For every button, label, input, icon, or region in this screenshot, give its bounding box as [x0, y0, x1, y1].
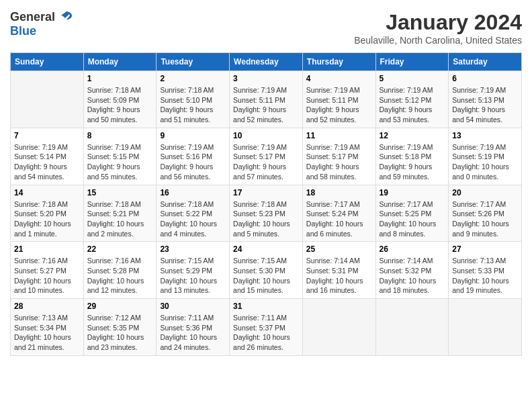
- calendar-cell: 9Sunrise: 7:19 AM Sunset: 5:16 PM Daylig…: [157, 128, 230, 185]
- calendar-cell: 13Sunrise: 7:19 AM Sunset: 5:19 PM Dayli…: [449, 128, 522, 185]
- logo: General Blue: [10, 10, 73, 38]
- day-number: 4: [306, 74, 372, 83]
- day-info: Sunrise: 7:19 AM Sunset: 5:17 PM Dayligh…: [306, 142, 372, 182]
- weekday-header-saturday: Saturday: [449, 53, 522, 71]
- calendar-cell: 14Sunrise: 7:18 AM Sunset: 5:20 PM Dayli…: [11, 185, 84, 242]
- calendar-cell: [449, 299, 522, 356]
- day-number: 3: [233, 74, 299, 83]
- calendar-cell: 8Sunrise: 7:19 AM Sunset: 5:15 PM Daylig…: [83, 128, 157, 185]
- day-number: 31: [233, 302, 299, 311]
- calendar-cell: 10Sunrise: 7:19 AM Sunset: 5:17 PM Dayli…: [230, 128, 303, 185]
- calendar-cell: 12Sunrise: 7:19 AM Sunset: 5:18 PM Dayli…: [375, 128, 449, 185]
- day-number: 9: [160, 131, 226, 140]
- day-info: Sunrise: 7:18 AM Sunset: 5:10 PM Dayligh…: [160, 85, 226, 125]
- day-number: 23: [160, 244, 226, 254]
- weekday-header-thursday: Thursday: [302, 53, 375, 71]
- day-number: 19: [380, 188, 445, 197]
- day-number: 11: [306, 131, 372, 140]
- calendar-cell: 16Sunrise: 7:18 AM Sunset: 5:22 PM Dayli…: [157, 185, 230, 242]
- day-number: 17: [233, 188, 299, 197]
- day-number: 13: [452, 131, 518, 140]
- day-number: 28: [14, 302, 80, 311]
- day-info: Sunrise: 7:11 AM Sunset: 5:36 PM Dayligh…: [160, 313, 226, 353]
- calendar-cell: 4Sunrise: 7:19 AM Sunset: 5:11 PM Daylig…: [302, 71, 375, 128]
- day-number: 26: [380, 244, 445, 254]
- week-row-5: 28Sunrise: 7:13 AM Sunset: 5:34 PM Dayli…: [11, 299, 522, 356]
- day-info: Sunrise: 7:17 AM Sunset: 5:26 PM Dayligh…: [452, 199, 518, 239]
- calendar-cell: 1Sunrise: 7:18 AM Sunset: 5:09 PM Daylig…: [83, 71, 157, 128]
- day-number: 16: [160, 188, 226, 197]
- day-info: Sunrise: 7:12 AM Sunset: 5:35 PM Dayligh…: [87, 313, 153, 353]
- day-number: 21: [14, 244, 80, 254]
- day-info: Sunrise: 7:19 AM Sunset: 5:11 PM Dayligh…: [233, 85, 299, 125]
- day-number: 18: [306, 188, 372, 197]
- day-info: Sunrise: 7:17 AM Sunset: 5:25 PM Dayligh…: [380, 199, 445, 239]
- day-info: Sunrise: 7:16 AM Sunset: 5:27 PM Dayligh…: [14, 256, 80, 295]
- weekday-header-friday: Friday: [375, 53, 449, 71]
- day-info: Sunrise: 7:19 AM Sunset: 5:14 PM Dayligh…: [14, 142, 80, 182]
- day-number: 10: [233, 131, 299, 140]
- day-number: 7: [14, 131, 80, 140]
- day-number: 22: [87, 244, 153, 254]
- calendar-cell: 2Sunrise: 7:18 AM Sunset: 5:10 PM Daylig…: [157, 71, 230, 128]
- day-info: Sunrise: 7:13 AM Sunset: 5:33 PM Dayligh…: [452, 256, 518, 295]
- calendar-cell: 7Sunrise: 7:19 AM Sunset: 5:14 PM Daylig…: [11, 128, 84, 185]
- week-row-3: 14Sunrise: 7:18 AM Sunset: 5:20 PM Dayli…: [11, 185, 522, 242]
- calendar-cell: 6Sunrise: 7:19 AM Sunset: 5:13 PM Daylig…: [449, 71, 522, 128]
- day-info: Sunrise: 7:15 AM Sunset: 5:30 PM Dayligh…: [233, 256, 299, 295]
- calendar-cell: 3Sunrise: 7:19 AM Sunset: 5:11 PM Daylig…: [230, 71, 303, 128]
- day-info: Sunrise: 7:18 AM Sunset: 5:22 PM Dayligh…: [160, 199, 226, 239]
- day-number: 8: [87, 131, 153, 140]
- calendar-cell: 19Sunrise: 7:17 AM Sunset: 5:25 PM Dayli…: [375, 185, 449, 242]
- weekday-header-sunday: Sunday: [11, 53, 84, 71]
- day-info: Sunrise: 7:19 AM Sunset: 5:18 PM Dayligh…: [380, 142, 445, 182]
- calendar-cell: 29Sunrise: 7:12 AM Sunset: 5:35 PM Dayli…: [83, 299, 157, 356]
- calendar-cell: 27Sunrise: 7:13 AM Sunset: 5:33 PM Dayli…: [449, 242, 522, 299]
- calendar-cell: 11Sunrise: 7:19 AM Sunset: 5:17 PM Dayli…: [302, 128, 375, 185]
- day-info: Sunrise: 7:19 AM Sunset: 5:19 PM Dayligh…: [452, 142, 518, 182]
- day-info: Sunrise: 7:13 AM Sunset: 5:34 PM Dayligh…: [14, 313, 80, 353]
- day-number: 29: [87, 302, 153, 311]
- calendar-cell: [302, 299, 375, 356]
- calendar-cell: 24Sunrise: 7:15 AM Sunset: 5:30 PM Dayli…: [230, 242, 303, 299]
- week-row-1: 1Sunrise: 7:18 AM Sunset: 5:09 PM Daylig…: [11, 71, 522, 128]
- weekday-header-tuesday: Tuesday: [157, 53, 230, 71]
- day-info: Sunrise: 7:18 AM Sunset: 5:09 PM Dayligh…: [87, 85, 153, 125]
- day-number: 14: [14, 188, 80, 197]
- day-info: Sunrise: 7:19 AM Sunset: 5:16 PM Dayligh…: [160, 142, 226, 182]
- title-block: January 2024 Beulaville, North Carolina,…: [354, 10, 522, 46]
- day-info: Sunrise: 7:15 AM Sunset: 5:29 PM Dayligh…: [160, 256, 226, 295]
- weekday-header-row: SundayMondayTuesdayWednesdayThursdayFrid…: [11, 53, 522, 71]
- day-number: 25: [306, 244, 372, 254]
- day-info: Sunrise: 7:19 AM Sunset: 5:15 PM Dayligh…: [87, 142, 153, 182]
- day-info: Sunrise: 7:11 AM Sunset: 5:37 PM Dayligh…: [233, 313, 299, 353]
- day-info: Sunrise: 7:19 AM Sunset: 5:11 PM Dayligh…: [306, 85, 372, 125]
- calendar-cell: 25Sunrise: 7:14 AM Sunset: 5:31 PM Dayli…: [302, 242, 375, 299]
- day-number: 2: [160, 74, 226, 83]
- day-info: Sunrise: 7:18 AM Sunset: 5:21 PM Dayligh…: [87, 199, 153, 239]
- week-row-4: 21Sunrise: 7:16 AM Sunset: 5:27 PM Dayli…: [11, 242, 522, 299]
- day-number: 5: [380, 74, 445, 83]
- day-number: 27: [452, 244, 518, 254]
- calendar-cell: 31Sunrise: 7:11 AM Sunset: 5:37 PM Dayli…: [230, 299, 303, 356]
- logo-blue: Blue: [10, 24, 36, 38]
- day-info: Sunrise: 7:18 AM Sunset: 5:23 PM Dayligh…: [233, 199, 299, 239]
- calendar-cell: 28Sunrise: 7:13 AM Sunset: 5:34 PM Dayli…: [11, 299, 84, 356]
- calendar-cell: 21Sunrise: 7:16 AM Sunset: 5:27 PM Dayli…: [11, 242, 84, 299]
- day-number: 15: [87, 188, 153, 197]
- calendar-cell: 22Sunrise: 7:16 AM Sunset: 5:28 PM Dayli…: [83, 242, 157, 299]
- day-info: Sunrise: 7:17 AM Sunset: 5:24 PM Dayligh…: [306, 199, 372, 239]
- calendar-cell: 18Sunrise: 7:17 AM Sunset: 5:24 PM Dayli…: [302, 185, 375, 242]
- calendar-cell: [11, 71, 84, 128]
- calendar-table: SundayMondayTuesdayWednesdayThursdayFrid…: [10, 52, 522, 356]
- calendar-cell: 5Sunrise: 7:19 AM Sunset: 5:12 PM Daylig…: [375, 71, 449, 128]
- calendar-cell: 30Sunrise: 7:11 AM Sunset: 5:36 PM Dayli…: [157, 299, 230, 356]
- day-info: Sunrise: 7:14 AM Sunset: 5:32 PM Dayligh…: [380, 256, 445, 295]
- day-info: Sunrise: 7:19 AM Sunset: 5:17 PM Dayligh…: [233, 142, 299, 182]
- week-row-2: 7Sunrise: 7:19 AM Sunset: 5:14 PM Daylig…: [11, 128, 522, 185]
- logo-bird-icon: [60, 10, 73, 24]
- calendar-cell: 23Sunrise: 7:15 AM Sunset: 5:29 PM Dayli…: [157, 242, 230, 299]
- day-number: 30: [160, 302, 226, 311]
- day-info: Sunrise: 7:14 AM Sunset: 5:31 PM Dayligh…: [306, 256, 372, 295]
- weekday-header-monday: Monday: [83, 53, 157, 71]
